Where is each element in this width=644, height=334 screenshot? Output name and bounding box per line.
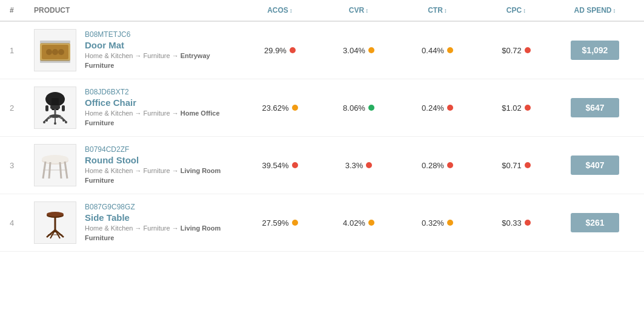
product-name-2[interactable]: Office Chair bbox=[85, 97, 241, 108]
svg-rect-5 bbox=[40, 41, 70, 44]
svg-rect-6 bbox=[40, 60, 70, 63]
product-thumbnail-3 bbox=[34, 144, 76, 186]
product-asin-4: B087G9C98GZ bbox=[85, 203, 241, 211]
product-info-1: B08MTETJC6 Door Mat Home & Kitchen → Fur… bbox=[85, 30, 241, 70]
product-name-4[interactable]: Side Table bbox=[85, 212, 241, 223]
row-cpc-4: $0.33 bbox=[477, 218, 556, 228]
svg-point-21 bbox=[62, 119, 65, 122]
row-ctr-1: 0.44% bbox=[398, 46, 477, 55]
svg-point-17 bbox=[43, 121, 45, 123]
row-rank-4: 4 bbox=[10, 218, 34, 228]
table-header: # PRODUCT ACOS↕ CVR↕ CTR↕ CPC↕ AD SPEND↕ bbox=[0, 0, 644, 22]
row-acos-2: 23.62% bbox=[241, 103, 319, 113]
sort-icon-acos: ↕ bbox=[290, 7, 293, 14]
row-acos-1: 29.9% bbox=[241, 46, 319, 55]
table-row: 1 B08MTETJC6 Door Mat Home & Kitchen → F… bbox=[0, 22, 644, 79]
product-breadcrumb-1: Home & Kitchen → Furniture → Entryway Fu… bbox=[85, 51, 241, 70]
row-cpc-2: $1.02 bbox=[477, 103, 556, 113]
cpc-dot-3 bbox=[525, 162, 531, 168]
cpc-value-1: $0.72 bbox=[502, 46, 522, 55]
cvr-dot-4 bbox=[368, 220, 374, 226]
adspend-badge-1: $1,092 bbox=[571, 41, 619, 60]
cvr-dot-1 bbox=[368, 47, 374, 53]
row-product-2: B08JD6BXT2 Office Chair Home & Kitchen →… bbox=[34, 87, 241, 129]
row-adspend-1: $1,092 bbox=[556, 41, 634, 60]
product-breadcrumb-4: Home & Kitchen → Furniture → Living Room… bbox=[85, 224, 241, 243]
row-product-4: B087G9C98GZ Side Table Home & Kitchen → … bbox=[34, 201, 241, 244]
svg-point-4 bbox=[58, 49, 64, 55]
acos-dot-2 bbox=[292, 105, 298, 111]
table-row: 2 B08JD6BXT2 Office Chair bbox=[0, 79, 644, 137]
row-ctr-3: 0.28% bbox=[398, 161, 477, 170]
ctr-value-1: 0.44% bbox=[422, 46, 444, 55]
row-product-1: B08MTETJC6 Door Mat Home & Kitchen → Fur… bbox=[34, 29, 241, 71]
product-info-3: B0794CD2ZF Round Stool Home & Kitchen → … bbox=[85, 145, 241, 185]
row-rank-2: 2 bbox=[10, 103, 34, 113]
cvr-value-2: 8.06% bbox=[343, 103, 365, 113]
acos-value-1: 29.9% bbox=[264, 46, 287, 55]
acos-value-4: 27.59% bbox=[262, 218, 288, 228]
ctr-value-3: 0.28% bbox=[422, 161, 444, 170]
col-header-product: PRODUCT bbox=[34, 6, 241, 15]
row-acos-3: 39.54% bbox=[241, 161, 319, 170]
product-thumbnail-2 bbox=[34, 87, 76, 129]
adspend-badge-2: $647 bbox=[571, 98, 619, 117]
row-adspend-3: $407 bbox=[556, 156, 634, 175]
ctr-value-4: 0.32% bbox=[422, 218, 444, 228]
row-ctr-2: 0.24% bbox=[398, 103, 477, 113]
products-table: # PRODUCT ACOS↕ CVR↕ CTR↕ CPC↕ AD SPEND↕… bbox=[0, 0, 644, 252]
col-header-adspend[interactable]: AD SPEND↕ bbox=[556, 6, 634, 15]
cpc-value-2: $1.02 bbox=[502, 103, 522, 113]
cvr-value-3: 3.3% bbox=[345, 161, 363, 170]
cpc-dot-1 bbox=[525, 47, 531, 53]
cvr-dot-3 bbox=[366, 162, 372, 168]
row-cvr-4: 4.02% bbox=[319, 218, 398, 228]
row-cpc-3: $0.71 bbox=[477, 161, 556, 170]
table-row: 3 B0794CD2ZF Round Stool Home & Kitchen … bbox=[0, 137, 644, 194]
row-adspend-4: $261 bbox=[556, 213, 634, 232]
table-body: 1 B08MTETJC6 Door Mat Home & Kitchen → F… bbox=[0, 22, 644, 252]
ctr-value-2: 0.24% bbox=[422, 103, 444, 113]
product-thumbnail-1 bbox=[34, 29, 76, 71]
ctr-dot-2 bbox=[447, 105, 453, 111]
product-breadcrumb-2: Home & Kitchen → Furniture → Home Office… bbox=[85, 109, 241, 128]
adspend-badge-3: $407 bbox=[571, 156, 619, 175]
ctr-dot-4 bbox=[447, 220, 453, 226]
table-row: 4 B087G9C98GZ Side Table Home & Kitchen … bbox=[0, 194, 644, 252]
svg-point-32 bbox=[47, 212, 64, 217]
col-header-cpc[interactable]: CPC↕ bbox=[477, 6, 556, 15]
product-thumbnail-4 bbox=[34, 201, 76, 244]
row-adspend-2: $647 bbox=[556, 98, 634, 117]
row-cvr-1: 3.04% bbox=[319, 46, 398, 55]
row-cvr-2: 8.06% bbox=[319, 103, 398, 113]
col-header-acos[interactable]: ACOS↕ bbox=[241, 6, 319, 15]
product-info-4: B087G9C98GZ Side Table Home & Kitchen → … bbox=[85, 203, 241, 243]
col-header-hash: # bbox=[10, 6, 34, 15]
product-asin-2: B08JD6BXT2 bbox=[85, 88, 241, 96]
cpc-value-3: $0.71 bbox=[502, 161, 522, 170]
product-name-1[interactable]: Door Mat bbox=[85, 40, 241, 50]
svg-point-19 bbox=[54, 122, 56, 125]
sort-icon-cpc: ↕ bbox=[523, 7, 526, 14]
acos-dot-4 bbox=[292, 220, 298, 226]
svg-rect-9 bbox=[50, 105, 60, 109]
cpc-value-4: $0.33 bbox=[502, 218, 522, 228]
product-asin-3: B0794CD2ZF bbox=[85, 145, 241, 154]
adspend-badge-4: $261 bbox=[571, 213, 619, 232]
cpc-dot-2 bbox=[525, 105, 531, 111]
cvr-value-4: 4.02% bbox=[343, 218, 365, 228]
sort-icon-cvr: ↕ bbox=[365, 7, 368, 14]
svg-point-20 bbox=[45, 119, 48, 122]
product-name-3[interactable]: Round Stool bbox=[85, 155, 241, 165]
svg-point-2 bbox=[46, 49, 52, 55]
ctr-dot-1 bbox=[447, 47, 453, 53]
svg-point-18 bbox=[65, 121, 67, 123]
product-info-2: B08JD6BXT2 Office Chair Home & Kitchen →… bbox=[85, 88, 241, 128]
row-rank-3: 3 bbox=[10, 161, 34, 170]
col-header-ctr[interactable]: CTR↕ bbox=[398, 6, 477, 15]
sort-icon-ctr: ↕ bbox=[444, 7, 447, 14]
col-header-cvr[interactable]: CVR↕ bbox=[319, 6, 398, 15]
cvr-value-1: 3.04% bbox=[343, 46, 365, 55]
row-product-3: B0794CD2ZF Round Stool Home & Kitchen → … bbox=[34, 144, 241, 186]
row-cpc-1: $0.72 bbox=[477, 46, 556, 55]
